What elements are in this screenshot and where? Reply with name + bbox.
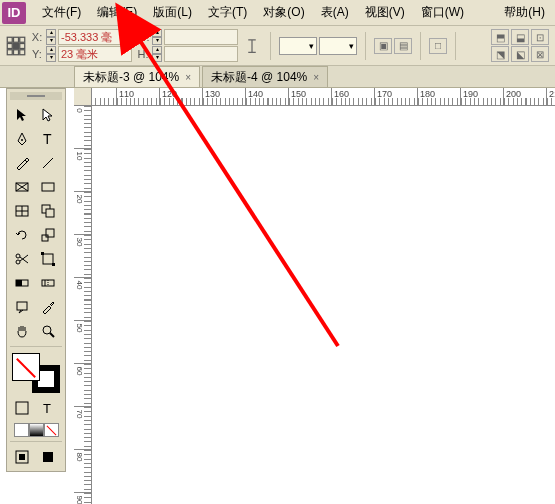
- menu-edit[interactable]: 编辑(E): [89, 0, 145, 25]
- effects-icon[interactable]: □: [429, 38, 447, 54]
- w-spinner[interactable]: ▴▾: [152, 29, 162, 45]
- h-spinner[interactable]: ▴▾: [152, 46, 162, 62]
- x-spinner[interactable]: ▴▾: [46, 29, 56, 45]
- document-canvas[interactable]: [92, 106, 555, 504]
- pencil-tool[interactable]: [10, 152, 34, 174]
- fill-frame-icon[interactable]: ⬔: [491, 46, 509, 62]
- svg-rect-3: [7, 43, 12, 48]
- menu-bar: ID 文件(F) 编辑(E) 版面(L) 文字(T) 对象(O) 表(A) 视图…: [0, 0, 555, 26]
- svg-rect-41: [19, 454, 25, 460]
- vertical-ruler[interactable]: 0102030405060708090: [74, 106, 92, 504]
- eyedropper-tool[interactable]: [36, 296, 60, 318]
- menu-help[interactable]: 帮助(H): [496, 0, 553, 25]
- control-toolbar: X: ▴▾ -53.333 毫 Y: ▴▾ 23 毫米 W: ▴▾ H: ▴▾ …: [0, 26, 555, 66]
- y-label: Y:: [30, 48, 44, 60]
- fit-frame-icon[interactable]: ⬓: [511, 29, 529, 45]
- h-input[interactable]: [164, 46, 238, 62]
- palette-grip[interactable]: [10, 92, 62, 100]
- fill-swatch[interactable]: [12, 353, 40, 381]
- format-text-icon[interactable]: T: [36, 397, 60, 419]
- fit-proportional-icon[interactable]: ⬕: [511, 46, 529, 62]
- table-tool[interactable]: [10, 200, 34, 222]
- x-input[interactable]: -53.333 毫: [58, 29, 132, 45]
- tab-doc-1[interactable]: 未标题-3 @ 104% ×: [74, 66, 200, 87]
- fill-stroke-swatch[interactable]: [12, 353, 60, 393]
- ruler-mark: 50: [74, 321, 91, 364]
- apply-none-icon[interactable]: [44, 423, 59, 437]
- scale-tool[interactable]: [36, 224, 60, 246]
- document-tabs: 未标题-3 @ 104% × 未标题-4 @ 104% ×: [0, 66, 555, 88]
- apply-color-icon[interactable]: [14, 423, 29, 437]
- tab-close-icon[interactable]: ×: [313, 72, 319, 83]
- selection-tool[interactable]: [10, 104, 34, 126]
- preview-view-icon[interactable]: [36, 446, 60, 468]
- layers-tool[interactable]: [36, 200, 60, 222]
- ruler-mark: 60: [74, 364, 91, 407]
- type-tool[interactable]: T: [36, 128, 60, 150]
- reference-point-icon[interactable]: [6, 36, 26, 56]
- wrap-around-icon[interactable]: ▤: [394, 38, 412, 54]
- horizontal-ruler[interactable]: 100110120130140150160170180190200210: [74, 88, 555, 106]
- align-dropdown-2[interactable]: ▾: [319, 37, 357, 55]
- center-content-icon[interactable]: ⊡: [531, 29, 549, 45]
- ruler-mark: 210: [547, 88, 555, 105]
- svg-rect-2: [20, 37, 25, 42]
- ruler-mark: 160: [332, 88, 375, 105]
- ruler-mark: 0: [74, 106, 91, 149]
- y-spinner[interactable]: ▴▾: [46, 46, 56, 62]
- fit-content-icon[interactable]: ⬒: [491, 29, 509, 45]
- format-container-icon[interactable]: [10, 397, 34, 419]
- ruler-origin[interactable]: [74, 88, 92, 106]
- ruler-mark: 40: [74, 278, 91, 321]
- svg-rect-38: [16, 402, 28, 414]
- svg-point-24: [16, 260, 20, 264]
- svg-text:T: T: [43, 401, 51, 416]
- svg-rect-28: [41, 252, 44, 255]
- scissors-tool[interactable]: [10, 248, 34, 270]
- menu-object[interactable]: 对象(O): [255, 0, 312, 25]
- ruler-mark: 140: [246, 88, 289, 105]
- hand-tool[interactable]: [10, 320, 34, 342]
- y-input[interactable]: 23 毫米: [58, 46, 132, 62]
- direct-selection-tool[interactable]: [36, 104, 60, 126]
- gradient-tool[interactable]: [10, 272, 34, 294]
- ruler-mark: 70: [74, 407, 91, 450]
- h-label: H:: [136, 48, 150, 60]
- constrain-proportions-icon[interactable]: [242, 36, 262, 56]
- tab-close-icon[interactable]: ×: [185, 72, 191, 83]
- zoom-tool[interactable]: [36, 320, 60, 342]
- w-label: W:: [136, 31, 150, 43]
- note-tool[interactable]: [10, 296, 34, 318]
- svg-text:T: T: [43, 131, 52, 147]
- svg-rect-35: [17, 302, 27, 310]
- menu-view[interactable]: 视图(V): [357, 0, 413, 25]
- ruler-mark: 120: [160, 88, 203, 105]
- menu-window[interactable]: 窗口(W): [413, 0, 472, 25]
- menu-layout[interactable]: 版面(L): [145, 0, 200, 25]
- w-input[interactable]: [164, 29, 238, 45]
- wrap-none-icon[interactable]: ▣: [374, 38, 392, 54]
- svg-point-9: [21, 139, 23, 141]
- normal-view-icon[interactable]: [10, 446, 34, 468]
- ruler-mark: 170: [375, 88, 418, 105]
- menu-table[interactable]: 表(A): [313, 0, 357, 25]
- rectangle-tool[interactable]: [36, 176, 60, 198]
- apply-gradient-icon[interactable]: [29, 423, 44, 437]
- pen-tool[interactable]: [10, 128, 34, 150]
- line-tool[interactable]: [36, 152, 60, 174]
- free-transform-tool[interactable]: [36, 248, 60, 270]
- menu-text[interactable]: 文字(T): [200, 0, 255, 25]
- align-dropdown-1[interactable]: ▾: [279, 37, 317, 55]
- clear-fit-icon[interactable]: ⊠: [531, 46, 549, 62]
- svg-rect-15: [42, 183, 54, 191]
- menu-file[interactable]: 文件(F): [34, 0, 89, 25]
- gradient-feather-tool[interactable]: [36, 272, 60, 294]
- svg-rect-5: [20, 43, 25, 48]
- svg-rect-27: [43, 254, 53, 264]
- ruler-mark: 180: [418, 88, 461, 105]
- rotate-tool[interactable]: [10, 224, 34, 246]
- svg-rect-29: [52, 263, 55, 266]
- rectangle-frame-tool[interactable]: [10, 176, 34, 198]
- tab-doc-2[interactable]: 未标题-4 @ 104% ×: [202, 66, 328, 87]
- svg-rect-31: [16, 280, 22, 286]
